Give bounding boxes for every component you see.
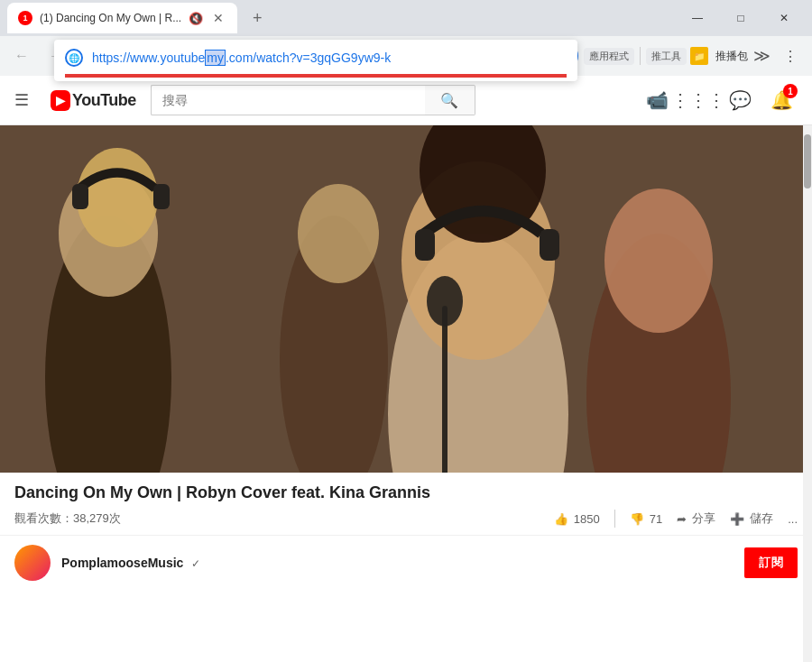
video-player[interactable] (0, 125, 812, 473)
upload-icon[interactable]: 📹 (641, 84, 673, 116)
dropdown-globe-icon: 🌐 (65, 49, 83, 67)
browser-content: ☰ ▶ YouTube 🔍 📹 ⋮⋮⋮ 💬 🔔 1 (0, 76, 812, 662)
search-button[interactable]: 🔍 (425, 85, 475, 115)
header-right: 📹 ⋮⋮⋮ 💬 🔔 1 (641, 84, 798, 116)
scrollbar-thumb[interactable] (804, 134, 811, 188)
share-button[interactable]: ➦ 分享 (677, 510, 715, 527)
search-input[interactable] (151, 85, 425, 115)
scrollbar[interactable] (803, 125, 812, 662)
apps-grid-icon[interactable]: ⋮⋮⋮ (682, 84, 715, 116)
save-button[interactable]: ➕ 儲存 (730, 510, 773, 527)
video-title: Dancing On My Own | Robyn Cover feat. Ki… (14, 483, 798, 502)
back-button[interactable]: ← (7, 41, 36, 70)
new-tab-button[interactable]: + (245, 5, 270, 31)
notification-wrapper: 🔔 1 (765, 84, 798, 116)
dislike-button[interactable]: 👎 71 (630, 512, 662, 526)
apps-label[interactable]: 應用程式 (584, 48, 634, 65)
share-label: 分享 (692, 510, 715, 527)
browser-menu-button[interactable]: ⋮ (776, 41, 805, 70)
channel-avatar[interactable] (14, 545, 51, 581)
window-controls: — □ ✕ (677, 3, 805, 33)
search-container: 🔍 (151, 85, 475, 115)
dislike-count: 71 (650, 512, 662, 526)
bookmarks-area: 推工具 📁 推播包 (646, 47, 748, 65)
toolbar-right: 應用程式 推工具 📁 推播包 ≫ ⋮ (584, 41, 805, 70)
bookmarks-folder-icon[interactable]: 📁 (690, 47, 708, 65)
address-dropdown: 🌐 https://www.youtubemy.com/watch?v=3gqG… (54, 40, 577, 81)
dislike-icon: 👎 (630, 512, 644, 526)
minimize-button[interactable]: — (677, 3, 718, 33)
dropdown-url-highlight: my (205, 50, 226, 66)
youtube-header: ☰ ▶ YouTube 🔍 📹 ⋮⋮⋮ 💬 🔔 1 (0, 76, 812, 125)
like-icon: 👍 (554, 512, 568, 526)
like-button[interactable]: 👍 1850 (554, 512, 600, 526)
video-info: Dancing On My Own | Robyn Cover feat. Ki… (0, 473, 812, 535)
dropdown-url-prefix: https://www.youtube (92, 51, 205, 65)
toolbar-separator (640, 47, 641, 65)
dropdown-border (65, 74, 567, 78)
dropdown-url-suffix: .com/watch?v=3gqGG9yw9-k (226, 51, 391, 65)
channel-row: PomplamooseMusic ✓ 訂閱 (0, 535, 812, 590)
like-divider (614, 510, 615, 528)
save-icon: ➕ (730, 512, 744, 526)
video-stats-row: 觀看次數：38,279次 👍 1850 👎 71 ➦ 分享 (14, 510, 798, 528)
maximize-button[interactable]: □ (720, 3, 761, 33)
close-button[interactable]: ✕ (763, 3, 805, 33)
video-scene (0, 125, 812, 473)
bookmarks-label: 推播包 (715, 49, 748, 64)
tab-close-button[interactable]: ✕ (210, 10, 226, 26)
browser-tab[interactable]: 1 (1) Dancing On My Own | R... 🔇 ✕ (7, 3, 237, 33)
share-icon: ➦ (677, 512, 687, 526)
chat-icon[interactable]: 💬 (724, 84, 756, 116)
view-count: 觀看次數：38,279次 (14, 510, 121, 527)
dropdown-url: https://www.youtubemy.com/watch?v=3gqGG9… (92, 51, 567, 65)
tab-title: (1) Dancing On My Own | R... (40, 12, 181, 24)
tab-mute-icon[interactable]: 🔇 (189, 12, 203, 25)
video-scene-svg (0, 125, 812, 473)
video-actions: 👍 1850 👎 71 ➦ 分享 ➕ 儲存 (554, 510, 798, 528)
svg-rect-17 (0, 125, 812, 473)
search-icon: 🔍 (440, 92, 458, 109)
youtube-logo-text: YouTube (72, 91, 136, 110)
dropdown-row: 🌐 https://www.youtubemy.com/watch?v=3gqG… (54, 43, 577, 72)
youtube-logo[interactable]: ▶ YouTube (51, 90, 136, 111)
extensions-label[interactable]: 推工具 (646, 48, 687, 65)
extensions-area: 應用程式 (584, 48, 634, 65)
save-label: 儲存 (750, 510, 773, 527)
channel-info: PomplamooseMusic ✓ (61, 555, 200, 571)
title-bar: 1 (1) Dancing On My Own | R... 🔇 ✕ + — □… (0, 0, 812, 36)
channel-verified-icon: ✓ (191, 557, 200, 570)
youtube-menu-icon[interactable]: ☰ (14, 90, 29, 110)
tab-favicon: 1 (18, 11, 32, 25)
more-extensions-icon[interactable]: ≫ (753, 46, 770, 66)
like-count: 1850 (574, 512, 600, 526)
notification-badge: 1 (783, 84, 798, 98)
browser-frame: 1 (1) Dancing On My Own | R... 🔇 ✕ + — □… (0, 0, 812, 662)
channel-name[interactable]: PomplamooseMusic (61, 556, 183, 570)
youtube-logo-icon: ▶ (51, 90, 70, 111)
more-actions-button[interactable]: ... (788, 512, 798, 526)
subscribe-button[interactable]: 訂閱 (744, 547, 798, 578)
